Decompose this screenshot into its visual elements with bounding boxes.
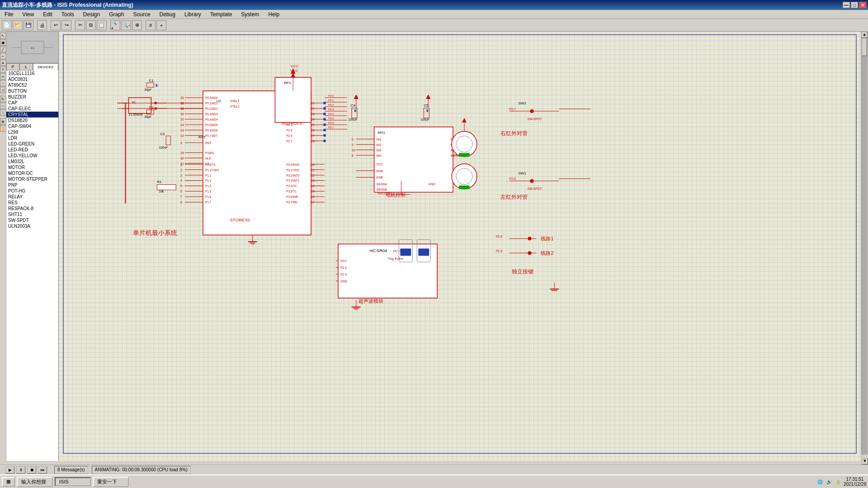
scroll-track[interactable] xyxy=(861,38,868,455)
svg-text:C1: C1 xyxy=(149,79,154,83)
pause-button[interactable]: ⏸ xyxy=(16,466,25,474)
text-tool[interactable]: T xyxy=(0,66,6,73)
menu-template[interactable]: Template xyxy=(208,10,235,19)
menu-tools[interactable]: Tools xyxy=(59,10,77,19)
device-cap-elec[interactable]: CAP-ELEC xyxy=(6,106,58,112)
device-list[interactable]: 10CELL1116 ADC0831 AT89C52 BUTTON BUZZER… xyxy=(6,70,58,461)
taskbar-search[interactable]: 输入你想搜 xyxy=(17,477,53,487)
grid-button[interactable]: # xyxy=(146,20,156,30)
scroll-down-button[interactable]: ▼ xyxy=(862,458,868,465)
save-button[interactable]: 💾 xyxy=(24,20,33,30)
print-button[interactable]: 🖨 xyxy=(37,20,47,30)
open-button[interactable]: 📂 xyxy=(13,20,23,30)
device-at89c52[interactable]: AT89C52 xyxy=(6,82,58,88)
bus-tool[interactable]: ═ xyxy=(0,73,6,80)
device-cap-sw04[interactable]: CAP-SW04 xyxy=(6,123,58,129)
svg-marker-248 xyxy=(426,94,430,99)
junction-tool[interactable]: • xyxy=(0,53,6,59)
start-button[interactable]: ⊞ xyxy=(2,477,15,487)
menu-debug[interactable]: Debug xyxy=(157,10,178,19)
zoom-tool[interactable]: ⊕ xyxy=(0,118,6,125)
device-sht11[interactable]: SHT11 xyxy=(6,211,58,217)
scroll-thumb[interactable] xyxy=(862,38,867,56)
device-cap[interactable]: CAP xyxy=(6,100,58,106)
menu-library[interactable]: Library xyxy=(182,10,204,19)
device-l298[interactable]: L298 xyxy=(6,129,58,135)
device-led-yellow[interactable]: LED-YELLOW xyxy=(6,153,58,159)
tab-l[interactable]: L xyxy=(19,63,33,70)
device-ds18b20[interactable]: DS18B20 xyxy=(6,117,58,123)
device-lm032l[interactable]: LM032L xyxy=(6,159,58,164)
stop-button[interactable]: ⏹ xyxy=(27,466,36,474)
svg-text:2: 2 xyxy=(352,143,354,146)
close-button[interactable]: ✕ xyxy=(859,2,866,8)
scroll-up-button[interactable]: ▲ xyxy=(861,32,868,38)
device-button[interactable]: BUTTON xyxy=(6,88,58,94)
device-adc0831[interactable]: ADC0831 xyxy=(6,76,58,82)
menu-source[interactable]: Source xyxy=(131,10,153,19)
select-tool[interactable]: ↖ xyxy=(0,33,6,39)
step-button[interactable]: ⏭ xyxy=(38,466,47,474)
redo-button[interactable]: ↪ xyxy=(61,20,71,30)
device-led-red[interactable]: LED-RED xyxy=(6,147,58,153)
port-tool[interactable]: ◁ xyxy=(0,87,6,93)
svg-text:RESPACK-8: RESPACK-8 xyxy=(282,122,302,126)
cut-button[interactable]: ✂ xyxy=(75,20,85,30)
device-uln2003a[interactable]: ULN2003A xyxy=(6,223,58,229)
maximize-button[interactable]: □ xyxy=(851,2,858,8)
device-motor-dc[interactable]: MOTOR-DC xyxy=(6,170,58,176)
device-res[interactable]: RES xyxy=(6,200,58,206)
taskbar: ⊞ 输入你想搜 ISIS 重安一下 🌐 🔊 🔋 17:31:51 2021/12… xyxy=(0,474,868,488)
origin-button[interactable]: + xyxy=(156,20,166,30)
animation-controls[interactable]: ▶ ⏸ ⏹ ⏭ xyxy=(2,466,51,474)
rotate-tool[interactable]: ↻ xyxy=(0,96,6,102)
device-ldr[interactable]: LDR xyxy=(6,135,58,141)
svg-point-267 xyxy=(323,113,326,115)
paste-button[interactable]: 📋 xyxy=(97,20,107,30)
wire-tool[interactable]: ╱ xyxy=(0,46,6,52)
device-10cell[interactable]: 10CELL1116 xyxy=(6,70,58,76)
svg-text:6: 6 xyxy=(180,190,182,193)
device-pnp[interactable]: PNP xyxy=(6,182,58,188)
device-sw-spdt[interactable]: SW-SPDT xyxy=(6,217,58,223)
zoom-out-button[interactable]: 🔍- xyxy=(121,20,131,30)
device-respack8[interactable]: RESPACK-8 xyxy=(6,206,58,211)
menu-file[interactable]: File xyxy=(2,10,16,19)
window-controls[interactable]: — □ ✕ xyxy=(843,2,866,8)
vertical-scrollbar[interactable]: ▲ ▼ xyxy=(861,32,868,461)
zoom-fit-button[interactable]: ⊕ xyxy=(132,20,142,30)
device-led-green[interactable]: LED-GREEN xyxy=(6,141,58,147)
copy-button[interactable]: ⧉ xyxy=(86,20,96,30)
mirror-x-tool[interactable]: ↔ xyxy=(0,103,6,109)
component-tool[interactable]: ▣ xyxy=(0,39,6,46)
tab-devices[interactable]: DEVICES xyxy=(33,63,59,70)
device-motor-stepper[interactable]: MOTOR-STEPPER xyxy=(6,176,58,182)
play-button[interactable]: ▶ xyxy=(5,466,14,474)
menu-edit[interactable]: Edit xyxy=(40,10,55,19)
zoom-in-button[interactable]: 🔍+ xyxy=(110,20,120,30)
taskbar-download[interactable]: 重安一下 xyxy=(93,477,129,487)
svg-point-271 xyxy=(323,134,326,137)
undo-button[interactable]: ↩ xyxy=(51,20,61,30)
device-buzzer[interactable]: BUZZER xyxy=(6,94,58,100)
device-relay[interactable]: RELAY xyxy=(6,194,58,200)
pan-tool[interactable]: ✋ xyxy=(0,125,6,131)
menu-graph[interactable]: Graph xyxy=(106,10,127,19)
mirror-y-tool[interactable]: ↕ xyxy=(0,109,6,116)
menu-help[interactable]: Help xyxy=(265,10,282,19)
device-pot-hg[interactable]: POT-HG xyxy=(6,188,58,194)
svg-text:PSEN: PSEN xyxy=(205,151,214,155)
device-motor[interactable]: MOTOR xyxy=(6,164,58,170)
menu-view[interactable]: View xyxy=(19,10,37,19)
minimize-button[interactable]: — xyxy=(843,2,850,8)
menu-design[interactable]: Design xyxy=(80,10,103,19)
message-count: 8 Message(s) xyxy=(54,466,88,474)
taskbar-isis[interactable]: ISIS xyxy=(55,477,91,486)
label-tool[interactable]: A xyxy=(0,60,6,66)
menu-system[interactable]: System xyxy=(238,10,262,19)
pin-tool[interactable]: → xyxy=(0,80,6,86)
new-button[interactable]: 📄 xyxy=(2,20,12,30)
tab-p[interactable]: P xyxy=(6,63,19,70)
schematic-canvas[interactable]: STC89C52 U1 39 P0.0/AD0 38 P0.1/AD1 37 P… xyxy=(59,32,861,461)
device-crystal[interactable]: CRYSTAL xyxy=(6,112,58,117)
